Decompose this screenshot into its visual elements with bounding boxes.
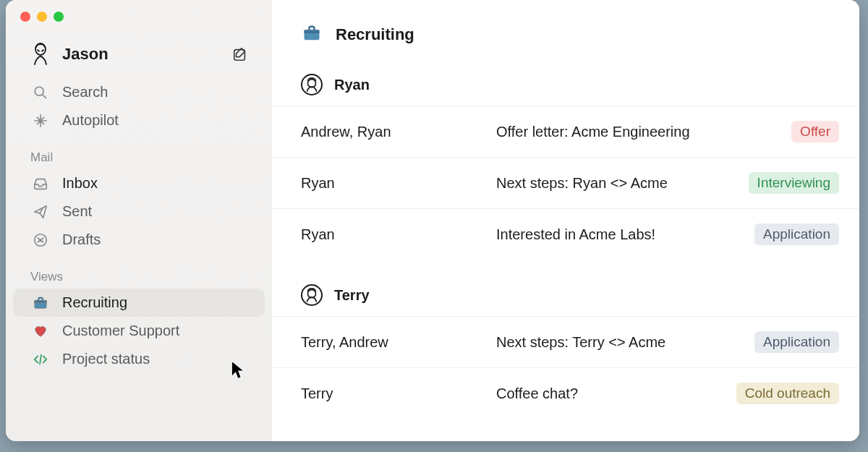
sidebar-item-project-status[interactable]: Project status	[6, 345, 272, 373]
svg-rect-5	[35, 300, 47, 303]
mail-row[interactable]: Andrew, Ryan Offer letter: Acme Engineer…	[272, 106, 859, 157]
group-separator	[272, 260, 859, 277]
status-badge: Application	[754, 223, 839, 245]
mail-sender: Andrew, Ryan	[301, 124, 496, 140]
mail-subject: Offer letter: Acme Engineering	[496, 124, 791, 140]
compose-button[interactable]	[230, 44, 250, 64]
status-badge: Interviewing	[749, 172, 839, 194]
mail-row[interactable]: Terry Coffee chat? Cold outreach	[272, 367, 859, 419]
sidebar-item-label: Autopilot	[62, 112, 119, 129]
avatar	[301, 284, 323, 306]
main-header: Recruiting	[272, 0, 859, 67]
sidebar-item-label: Customer Support	[62, 323, 179, 339]
sidebar-item-search[interactable]: Search	[6, 78, 272, 106]
svg-rect-7	[305, 30, 320, 33]
status-badge: Cold outreach	[736, 383, 839, 404]
sidebar: Jason Search Autopilot Mail Inbox	[6, 0, 272, 441]
code-icon	[30, 351, 51, 367]
avatar	[30, 42, 51, 67]
mail-row[interactable]: Terry, Andrew Next steps: Terry <> Acme …	[272, 316, 859, 367]
window-traffic-lights	[6, 12, 272, 36]
mail-row[interactable]: Ryan Interested in Acme Labs! Applicatio…	[272, 208, 859, 260]
sidebar-item-sent[interactable]: Sent	[6, 197, 272, 226]
profile-row[interactable]: Jason	[6, 36, 272, 78]
profile-name: Jason	[62, 45, 230, 64]
group-person-name: Terry	[334, 287, 370, 304]
briefcase-icon	[30, 295, 51, 311]
paper-plane-icon	[30, 204, 51, 220]
sidebar-item-customer-support[interactable]: Customer Support	[6, 317, 272, 345]
sidebar-item-label: Inbox	[62, 175, 98, 192]
group-person-name: Ryan	[334, 77, 370, 93]
sidebar-item-recruiting[interactable]: Recruiting	[13, 289, 265, 317]
close-window-button[interactable]	[20, 12, 30, 22]
page-title: Recruiting	[336, 25, 414, 44]
sidebar-item-drafts[interactable]: Drafts	[6, 226, 272, 254]
mail-subject: Coffee chat?	[496, 385, 736, 402]
avatar	[301, 74, 323, 95]
sidebar-item-label: Drafts	[62, 231, 101, 248]
sidebar-item-label: Project status	[62, 351, 150, 367]
search-icon	[30, 85, 51, 101]
main-panel: Recruiting Ryan Andrew, Ryan Offer lette…	[272, 0, 859, 441]
sidebar-item-inbox[interactable]: Inbox	[6, 169, 272, 197]
fullscreen-window-button[interactable]	[54, 12, 64, 22]
mail-subject: Next steps: Terry <> Acme	[496, 334, 754, 351]
mail-subject: Interested in Acme Labs!	[496, 226, 754, 243]
status-badge: Offer	[791, 121, 839, 142]
sidebar-item-label: Search	[62, 84, 108, 101]
mail-row[interactable]: Ryan Next steps: Ryan <> Acme Interviewi…	[272, 157, 859, 208]
mail-sender: Ryan	[301, 175, 496, 192]
minimize-window-button[interactable]	[37, 12, 47, 22]
inbox-icon	[30, 176, 51, 192]
sidebar-item-label: Recruiting	[62, 294, 127, 311]
mail-subject: Next steps: Ryan <> Acme	[496, 175, 749, 192]
sidebar-item-autopilot[interactable]: Autopilot	[6, 106, 272, 135]
briefcase-icon	[301, 23, 323, 46]
mail-sender: Terry	[301, 385, 496, 402]
sidebar-section-mail: Mail	[6, 135, 272, 169]
group-header[interactable]: Ryan	[272, 67, 859, 106]
heart-icon	[30, 323, 51, 339]
status-badge: Application	[754, 331, 839, 353]
mail-sender: Ryan	[301, 226, 496, 243]
sparkle-icon	[30, 113, 51, 129]
sidebar-section-views: Views	[6, 254, 272, 289]
mail-sender: Terry, Andrew	[301, 334, 496, 351]
drafts-icon	[30, 232, 51, 248]
app-window: Jason Search Autopilot Mail Inbox	[6, 0, 859, 441]
sidebar-item-label: Sent	[62, 203, 92, 220]
group-header[interactable]: Terry	[272, 277, 859, 316]
